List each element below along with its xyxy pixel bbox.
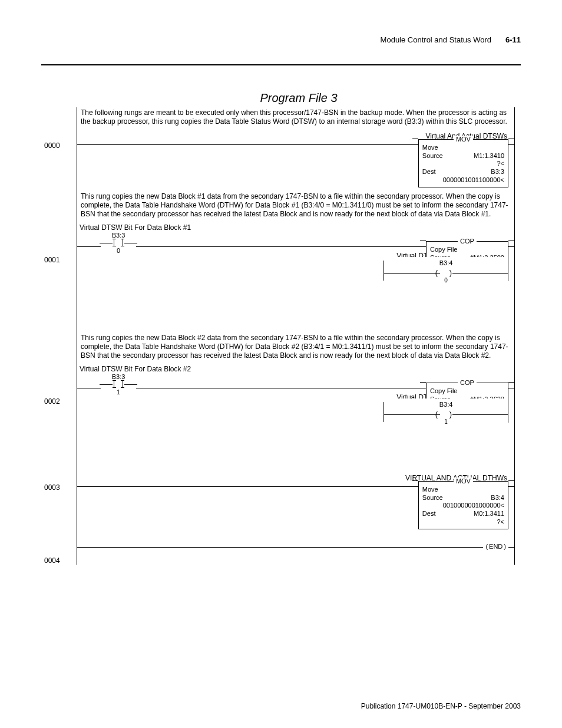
program-title: Program File 3 [41, 91, 521, 105]
xio-contact: B3:3 0 [101, 232, 136, 255]
contact-bit: 0 [101, 248, 136, 255]
mov-instruction: MOV Move SourceM1:1.3410 ?< DestB3:3 000… [418, 139, 508, 187]
rung-comment-intro: The following rungs are meant to be exec… [77, 107, 514, 130]
coil-bit: 1 [384, 419, 508, 426]
param-label [422, 176, 443, 185]
rung-number: 0001 [44, 256, 60, 265]
param-label [422, 160, 443, 168]
output-coil: B3:4 ( ) 1 [384, 398, 508, 426]
coil-address: B3:4 [384, 401, 508, 409]
param-value: M0:1.3411 [443, 510, 504, 518]
param-value: 0010000001000000< [443, 502, 504, 510]
instruction-name: Copy File [430, 246, 504, 254]
rung-number: 0004 [44, 556, 60, 565]
rung-comment: This rung copies the new Data Block #2 d… [77, 332, 514, 364]
instruction-name: Copy File [430, 387, 504, 396]
contact-address: B3:3 [101, 373, 136, 380]
contact-bit: 1 [101, 389, 136, 397]
param-label [422, 502, 443, 510]
end-instruction: END [483, 543, 508, 551]
param-label [422, 518, 443, 526]
header-page-number: 6-11 [505, 35, 521, 44]
param-value: 0000001001100000< [443, 176, 504, 185]
publication-footer: Publication 1747-UM010B-EN-P - September… [361, 702, 521, 710]
param-value: ?< [443, 160, 504, 168]
contact-title: Virtual DTSW Bit For Data Block #2 [77, 364, 514, 374]
mnemonic: COP [458, 379, 477, 386]
param-label: Source [422, 152, 443, 160]
rung-number: 0003 [44, 483, 60, 492]
rung-number: 0000 [44, 141, 60, 150]
param-value: M1:1.3410 [443, 152, 504, 160]
contact-address: B3:3 [101, 232, 136, 239]
mnemonic: MOV [454, 477, 473, 485]
param-value: ?< [443, 518, 504, 526]
xio-contact: B3:3 1 [101, 373, 136, 397]
instruction-name: Move [422, 486, 504, 494]
mnemonic: COP [458, 238, 477, 245]
coil-address: B3:4 [384, 259, 508, 268]
param-label: Dest [422, 168, 443, 176]
param-value: B3:4 [443, 494, 504, 502]
rung-comment: This rung copies the new Data Block #1 d… [77, 191, 514, 222]
instruction-name: Move [422, 144, 504, 152]
ladder-diagram: The following rungs are meant to be exec… [77, 107, 515, 565]
rung-number: 0002 [44, 397, 60, 406]
param-value: B3:3 [443, 168, 504, 176]
param-label: Dest [422, 510, 443, 518]
output-coil: B3:4 ( ) 0 [384, 257, 508, 284]
mov-instruction: MOV Move SourceB3:4 0010000001000000< De… [418, 481, 508, 529]
header-title: Module Control and Status Word [381, 35, 491, 44]
mnemonic: MOV [454, 136, 473, 143]
param-label: Source [422, 494, 443, 502]
contact-title: Virtual DTSW Bit For Data Block #1 [77, 222, 514, 232]
coil-bit: 0 [384, 277, 508, 285]
